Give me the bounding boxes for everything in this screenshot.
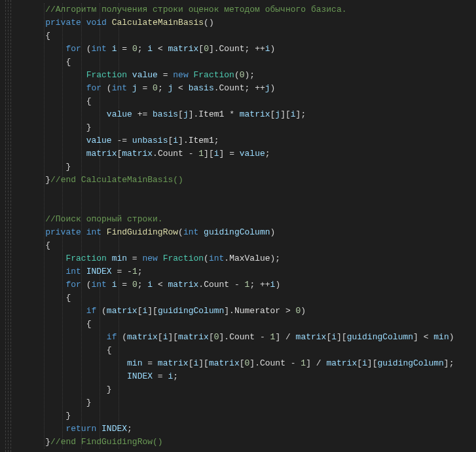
code-line[interactable]: value += basis[j].Item1 * matrix[j][i]; bbox=[25, 108, 454, 121]
code-line[interactable]: //Поиск опорный строки. bbox=[25, 213, 454, 226]
code-line[interactable] bbox=[25, 187, 454, 200]
code-line[interactable]: min = matrix[i][matrix[0].Count - 1] / m… bbox=[25, 357, 454, 370]
code-line[interactable]: //Алгоритм получения строки оценок метод… bbox=[25, 3, 454, 16]
code-line[interactable]: if (matrix[i][guidingColumn].Numerator >… bbox=[25, 305, 454, 318]
code-line[interactable]: Fraction min = new Fraction(int.MaxValue… bbox=[25, 252, 454, 265]
code-area[interactable]: //Алгоритм получения строки оценок метод… bbox=[13, 0, 461, 452]
code-line[interactable]: matrix[matrix.Count - 1][i] = value; bbox=[25, 147, 454, 160]
code-line[interactable]: }//end FindGuidingRow() bbox=[25, 436, 454, 449]
code-line[interactable]: } bbox=[25, 383, 454, 396]
code-line[interactable] bbox=[25, 200, 454, 213]
code-line[interactable]: { bbox=[25, 292, 454, 305]
code-line[interactable]: for (int i = 0; i < matrix[0].Count; ++i… bbox=[25, 43, 454, 56]
code-line[interactable]: private void CalculateMainBasis() bbox=[25, 16, 454, 29]
code-line[interactable]: for (int j = 0; j < basis.Count; ++j) bbox=[25, 82, 454, 95]
code-line[interactable]: return INDEX; bbox=[25, 423, 454, 436]
code-line[interactable]: { bbox=[25, 56, 454, 69]
code-line[interactable]: if (matrix[i][matrix[0].Count - 1] / mat… bbox=[25, 331, 454, 344]
code-line[interactable]: } bbox=[25, 121, 454, 134]
code-line[interactable]: { bbox=[25, 344, 454, 357]
code-line[interactable]: { bbox=[25, 95, 454, 108]
editor-gutter bbox=[0, 0, 13, 452]
code-line[interactable]: { bbox=[25, 29, 454, 43]
code-line[interactable]: Fraction value = new Fraction(0); bbox=[25, 69, 454, 82]
code-line[interactable]: }//end CalculateMainBasis() bbox=[25, 174, 454, 187]
code-editor[interactable]: //Алгоритм получения строки оценок метод… bbox=[0, 0, 476, 452]
code-line[interactable]: for (int i = 0; i < matrix.Count - 1; ++… bbox=[25, 278, 454, 292]
code-line[interactable]: { bbox=[25, 318, 454, 331]
code-line[interactable]: } bbox=[25, 409, 454, 423]
code-line[interactable]: private int FindGuidingRow(int guidingCo… bbox=[25, 226, 454, 239]
code-line[interactable]: } bbox=[25, 396, 454, 409]
code-line[interactable]: { bbox=[25, 239, 454, 252]
code-line[interactable]: } bbox=[25, 160, 454, 174]
code-line[interactable]: value -= unbasis[i].Item1; bbox=[25, 134, 454, 147]
code-line[interactable]: INDEX = i; bbox=[25, 370, 454, 383]
code-line[interactable]: int INDEX = -1; bbox=[25, 265, 454, 278]
